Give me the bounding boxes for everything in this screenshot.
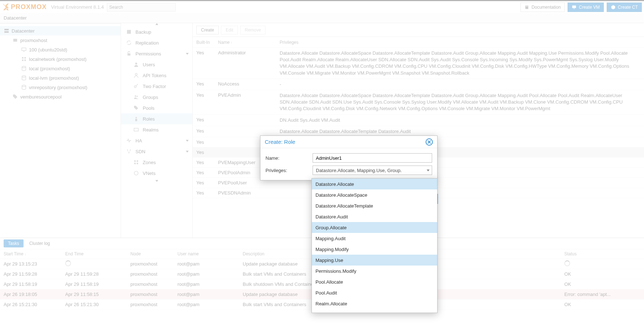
- tree-local[interactable]: local (proxmoxhost): [0, 64, 121, 73]
- svg-point-12: [22, 66, 26, 68]
- col-name[interactable]: Name↑: [218, 40, 280, 45]
- dialog-close-button[interactable]: [426, 138, 433, 146]
- remove-button[interactable]: Remove: [240, 26, 266, 34]
- tree-vmrepository[interactable]: vmrepository (proxmoxhost): [0, 83, 121, 92]
- tree-localnetwork[interactable]: localnetwork (proxmoxhost): [0, 54, 121, 64]
- svg-rect-9: [24, 57, 26, 59]
- menu-pools[interactable]: Pools: [121, 103, 192, 113]
- brand-logo: PROXMOX: [2, 3, 47, 11]
- tree-host[interactable]: proxmoxhost: [0, 35, 121, 45]
- chevron-up-icon[interactable]: [155, 23, 158, 25]
- menu-ha[interactable]: HA: [121, 135, 192, 146]
- svg-rect-15: [127, 30, 131, 34]
- col-privileges[interactable]: Privileges: [280, 40, 644, 45]
- col-builtin[interactable]: Built-In: [193, 40, 218, 45]
- privilege-option[interactable]: Datastore.Allocate: [312, 179, 437, 189]
- chevron-down-icon: [427, 170, 430, 171]
- privilege-option[interactable]: Datastore.AllocateSpace: [312, 189, 437, 200]
- privilege-option[interactable]: Datastore.Audit: [312, 211, 437, 222]
- create-vm-button[interactable]: Create VM: [568, 3, 603, 12]
- privilege-option[interactable]: Mapping.Use: [312, 255, 437, 266]
- svg-point-17: [135, 63, 137, 64]
- col-user[interactable]: User name: [177, 251, 243, 256]
- svg-point-13: [22, 76, 26, 77]
- privilege-option[interactable]: Permissions.Modify: [312, 266, 437, 276]
- tree-vm-100[interactable]: 100 (ubuntu20std): [0, 45, 121, 54]
- privileges-dropdown: Datastore.AllocateDatastore.AllocateSpac…: [311, 178, 438, 313]
- svg-rect-1: [574, 8, 575, 9]
- privilege-option[interactable]: Realm.Allocate: [312, 298, 437, 309]
- svg-rect-24: [134, 128, 138, 131]
- menu-twofactor[interactable]: Two Factor: [121, 81, 192, 92]
- table-row[interactable]: YesDN.Audit Sys.Audit VM.Audit: [193, 115, 644, 126]
- svg-rect-0: [572, 5, 576, 8]
- menu-roles[interactable]: Roles: [121, 113, 192, 124]
- tree-datacenter[interactable]: Datacenter: [0, 26, 121, 35]
- menu-replication[interactable]: Replication: [121, 37, 192, 48]
- network-icon: [133, 170, 139, 176]
- edit-button[interactable]: Edit: [221, 26, 238, 34]
- server-icon: [4, 28, 9, 34]
- svg-rect-29: [137, 160, 138, 162]
- create-button[interactable]: Create: [196, 26, 219, 34]
- sort-desc-icon: ↓: [25, 252, 26, 256]
- menu-realms[interactable]: Realms: [121, 124, 192, 135]
- tree-local-lvm[interactable]: local-lvm (proxmoxhost): [0, 73, 121, 83]
- svg-rect-8: [22, 57, 24, 59]
- top-bar: PROXMOX Virtual Environment 8.1.4 Docume…: [0, 0, 644, 13]
- role-icon: [133, 116, 139, 122]
- sort-asc-icon: ↑: [231, 41, 233, 45]
- table-row[interactable]: YesAdministratorDatastore.Allocate Datas…: [193, 48, 644, 79]
- role-name-input[interactable]: [313, 153, 432, 163]
- table-row[interactable]: YesNoAccess-: [193, 79, 644, 90]
- menu-backup[interactable]: Backup: [121, 26, 192, 37]
- documentation-button[interactable]: Documentation: [520, 3, 565, 12]
- id-icon: [133, 127, 139, 133]
- key-icon: [133, 83, 139, 89]
- privilege-option[interactable]: Mapping.Audit: [312, 233, 437, 244]
- privilege-option[interactable]: Mapping.Modify: [312, 244, 437, 255]
- chevron-down-icon: [186, 151, 189, 153]
- desktop-icon: [21, 47, 27, 53]
- tree-pool[interactable]: vemburesourcepool: [0, 92, 121, 101]
- col-status[interactable]: Status: [564, 251, 644, 256]
- menu-users[interactable]: Users: [121, 59, 192, 70]
- chevron-down-icon[interactable]: [155, 180, 158, 182]
- svg-rect-28: [134, 160, 136, 162]
- resource-tree: Datacenter proxmoxhost 100 (ubuntu20std)…: [0, 24, 121, 104]
- chevron-down-icon: [186, 53, 189, 55]
- version-label: Virtual Environment 8.1.4: [51, 4, 104, 10]
- svg-rect-16: [127, 53, 130, 55]
- lock-open-icon: [126, 51, 132, 57]
- tab-tasks[interactable]: Tasks: [4, 239, 24, 247]
- col-end-time[interactable]: End Time: [65, 251, 130, 256]
- privileges-combo[interactable]: Datastore.Allocate, Mapping.Use, Group.: [313, 166, 432, 175]
- users-icon: [133, 94, 139, 100]
- privilege-option[interactable]: Pool.Audit: [312, 287, 437, 298]
- menu-sdn[interactable]: SDN: [121, 146, 192, 157]
- menu-vnets[interactable]: VNets: [121, 168, 192, 179]
- svg-rect-31: [137, 163, 138, 164]
- config-menu-panel: Datacenter Backup Replication Permission…: [121, 13, 193, 238]
- search-input[interactable]: [107, 3, 176, 12]
- save-icon: [126, 29, 132, 35]
- privilege-option[interactable]: Pool.Allocate: [312, 276, 437, 287]
- menu-groups[interactable]: Groups: [121, 92, 192, 103]
- menu-apitokens[interactable]: API Tokens: [121, 70, 192, 81]
- menu-permissions[interactable]: Permissions: [121, 48, 192, 59]
- desktop-icon: [572, 5, 577, 10]
- table-row[interactable]: YesPVEAdminDatastore.Allocate Datastore.…: [193, 90, 644, 115]
- menu-zones[interactable]: Zones: [121, 157, 192, 168]
- database-icon: [21, 84, 27, 90]
- tab-cluster-log[interactable]: Cluster log: [25, 239, 54, 247]
- create-ct-button[interactable]: Create CT: [607, 3, 642, 12]
- tag-icon: [12, 94, 18, 100]
- col-start-time[interactable]: Start Time↓: [0, 251, 65, 256]
- privilege-option[interactable]: Group.Allocate: [312, 222, 437, 233]
- grid-icon: [21, 56, 27, 62]
- user-icon: [133, 62, 139, 67]
- privilege-option[interactable]: Datastore.AllocateTemplate: [312, 200, 437, 211]
- close-icon: [427, 140, 431, 144]
- col-node[interactable]: Node: [130, 251, 177, 256]
- privilege-option[interactable]: Realm.AllocateUser: [312, 309, 437, 313]
